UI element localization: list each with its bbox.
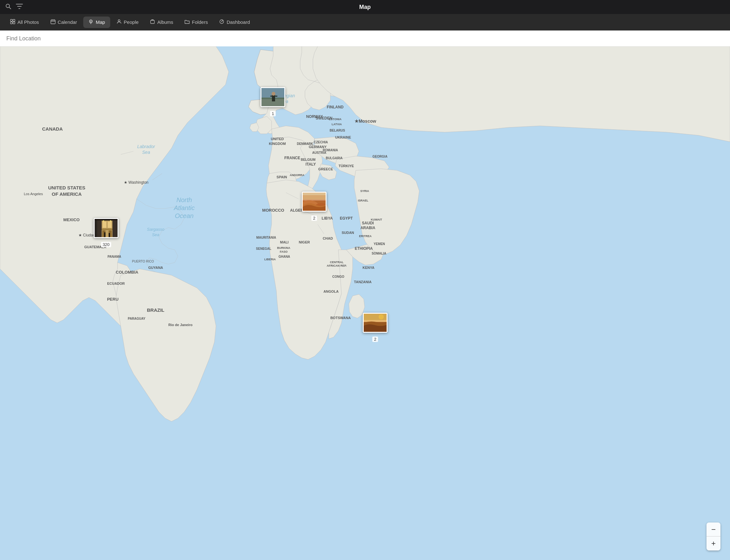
svg-text:UNITED: UNITED: [271, 137, 284, 141]
tab-all-photos[interactable]: All Photos: [5, 17, 44, 28]
tab-dashboard[interactable]: Dashboard: [214, 17, 255, 28]
page-title: Map: [359, 4, 371, 10]
svg-text:SOMALIA: SOMALIA: [372, 252, 386, 255]
svg-text:FASO: FASO: [280, 250, 288, 253]
search-icon[interactable]: [5, 3, 11, 11]
svg-text:EGYPT: EGYPT: [340, 216, 353, 221]
svg-text:ARABIA: ARABIA: [361, 226, 375, 230]
tab-people[interactable]: People: [112, 17, 144, 28]
mexico-map-pin[interactable]: 320: [94, 218, 119, 247]
title-bar: Map: [0, 0, 730, 14]
svg-rect-114: [275, 96, 277, 97]
svg-text:ROMANIA: ROMANIA: [323, 148, 338, 152]
svg-text:UNITED STATES: UNITED STATES: [48, 185, 85, 190]
svg-rect-127: [108, 222, 112, 228]
svg-rect-124: [113, 219, 117, 238]
svg-text:KINGDOM: KINGDOM: [269, 142, 286, 146]
map-container[interactable]: North Atlantic Ocean Labrador Sea Sargas…: [0, 46, 730, 560]
botswana-map-pin[interactable]: 2: [363, 313, 387, 342]
svg-text:GREECE: GREECE: [318, 167, 333, 171]
svg-point-134: [110, 220, 111, 222]
svg-text:YEMEN: YEMEN: [373, 242, 385, 246]
iceland-map-pin[interactable]: 1: [261, 87, 285, 116]
svg-text:CONGO: CONGO: [332, 275, 345, 278]
mexico-photo: [95, 219, 119, 238]
tab-people-label: People: [124, 19, 139, 25]
dashboard-icon: [219, 19, 224, 25]
svg-text:SAUDI: SAUDI: [362, 221, 373, 225]
filter-icon[interactable]: [16, 3, 23, 11]
svg-text:Ocean: Ocean: [175, 212, 194, 219]
svg-text:Labrador: Labrador: [137, 144, 155, 149]
svg-text:BOTSWANA: BOTSWANA: [331, 316, 351, 320]
svg-rect-4: [10, 22, 12, 24]
svg-rect-3: [13, 19, 15, 21]
svg-text:ANGOLA: ANGOLA: [324, 290, 339, 293]
svg-text:★Moscow: ★Moscow: [355, 119, 376, 124]
svg-text:MAURITANIA: MAURITANIA: [256, 236, 276, 239]
svg-text:Atlantic: Atlantic: [174, 204, 195, 211]
svg-text:MALI: MALI: [280, 240, 289, 244]
morocco-pin-count: 2: [311, 215, 317, 221]
svg-point-141: [378, 314, 384, 319]
svg-text:ESTONIA: ESTONIA: [329, 118, 342, 121]
svg-rect-126: [103, 222, 106, 228]
zoom-out-button[interactable]: −: [706, 522, 720, 536]
search-bar[interactable]: [0, 31, 730, 46]
svg-text:LIBERIA: LIBERIA: [264, 258, 276, 261]
svg-text:PERU: PERU: [107, 297, 119, 302]
folder-icon: [185, 19, 190, 25]
svg-text:KUWAIT: KUWAIT: [371, 218, 382, 221]
svg-text:CANADA: CANADA: [42, 126, 63, 132]
svg-point-13: [118, 20, 120, 22]
svg-text:BELARUS: BELARUS: [330, 129, 345, 132]
svg-text:CZECHIA: CZECHIA: [314, 140, 328, 144]
svg-text:DENMARK: DENMARK: [297, 142, 313, 146]
svg-rect-14: [151, 20, 154, 24]
tab-map[interactable]: Map: [83, 17, 110, 28]
nav-bar: All Photos Calendar Map: [0, 14, 730, 31]
svg-point-133: [103, 220, 104, 222]
morocco-map-pin[interactable]: 2: [302, 192, 327, 221]
svg-rect-121: [303, 193, 327, 195]
botswana-photo: [364, 314, 387, 333]
album-icon: [150, 19, 155, 25]
svg-text:★ Washington: ★ Washington: [124, 180, 148, 185]
svg-point-11: [91, 21, 92, 22]
svg-text:GUYANA: GUYANA: [148, 266, 163, 270]
zoom-in-button[interactable]: +: [706, 536, 720, 550]
tab-map-label: Map: [96, 19, 105, 25]
tab-albums[interactable]: Albums: [145, 17, 178, 28]
tab-calendar[interactable]: Calendar: [45, 17, 82, 28]
tab-albums-label: Albums: [157, 19, 173, 25]
svg-text:Sargasso: Sargasso: [147, 227, 165, 232]
location-search-input[interactable]: [6, 35, 724, 42]
svg-rect-123: [97, 219, 102, 238]
svg-line-1: [9, 7, 11, 9]
svg-text:KENYA: KENYA: [363, 266, 374, 270]
svg-rect-131: [104, 232, 106, 237]
iceland-photo: [262, 88, 285, 107]
svg-text:SPAIN: SPAIN: [277, 175, 287, 179]
svg-rect-140: [364, 314, 387, 320]
tab-dashboard-label: Dashboard: [227, 19, 250, 25]
svg-text:Los Angeles: Los Angeles: [24, 192, 43, 196]
svg-point-16: [222, 21, 222, 22]
svg-text:BURKINA: BURKINA: [277, 246, 290, 249]
svg-rect-6: [51, 20, 55, 24]
svg-point-112: [272, 92, 276, 96]
svg-text:PARAGUAY: PARAGUAY: [128, 317, 146, 320]
svg-text:MEXICO: MEXICO: [63, 217, 79, 222]
svg-text:CENTRAL: CENTRAL: [330, 261, 344, 264]
svg-rect-132: [109, 233, 110, 237]
svg-text:ITALY: ITALY: [306, 162, 316, 167]
svg-text:Sea: Sea: [152, 232, 159, 237]
zoom-controls: − +: [706, 522, 720, 550]
svg-text:North: North: [177, 196, 192, 203]
svg-text:TANZANIA: TANZANIA: [354, 280, 371, 284]
svg-text:CHAD: CHAD: [323, 236, 333, 240]
svg-text:PUERTO RICO: PUERTO RICO: [132, 260, 154, 263]
svg-text:BRAZIL: BRAZIL: [147, 307, 165, 313]
title-bar-icons: [5, 3, 23, 11]
tab-folders[interactable]: Folders: [180, 17, 213, 28]
